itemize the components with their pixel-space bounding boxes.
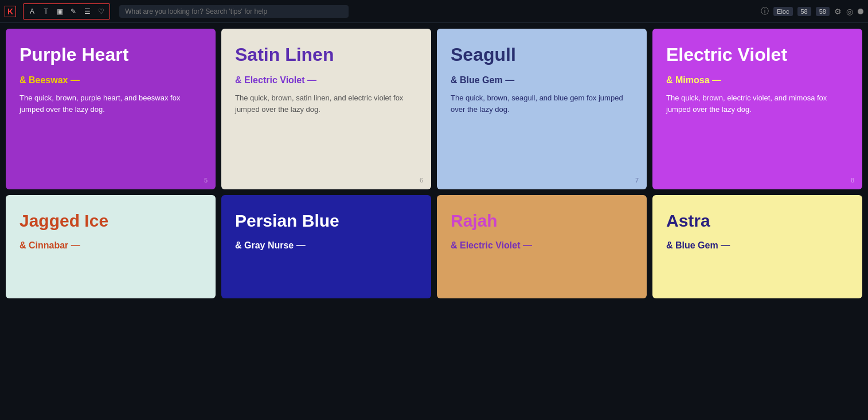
tool-pen[interactable]: ✎ xyxy=(67,5,80,18)
card-persian-blue: Persian Blue & Gray Nurse — xyxy=(221,195,431,298)
card-6-subtitle: & Electric Violet — xyxy=(235,75,417,85)
card-12-subtitle: & Blue Gem — xyxy=(666,240,849,251)
card-rajah: Rajah & Electric Violet — xyxy=(437,195,647,298)
tool-heart[interactable]: ♡ xyxy=(95,5,107,18)
page-num2: 58 xyxy=(816,7,830,16)
card-6-body: The quick, brown, satin linen, and elect… xyxy=(235,92,417,115)
card-grid: Purple Heart & Beeswax — The quick, brow… xyxy=(0,23,868,304)
card-9-title: Jagged Ice xyxy=(19,211,202,230)
tool-a[interactable]: A xyxy=(26,5,38,18)
card-8-subtitle: & Mimosa — xyxy=(666,75,849,85)
page-num1: 58 xyxy=(797,7,811,16)
card-jagged-ice: Jagged Ice & Cinnabar — xyxy=(6,195,216,298)
settings-icon[interactable]: ◎ xyxy=(846,7,853,16)
card-12-title: Astra xyxy=(666,211,849,230)
tool-text[interactable]: T xyxy=(40,5,52,18)
card-8-number: 8 xyxy=(851,177,854,184)
card-6-title: Satin Linen xyxy=(235,45,417,65)
card-5-body: The quick, brown, purple heart, and bees… xyxy=(19,92,202,115)
card-11-subtitle: & Electric Violet — xyxy=(451,240,633,251)
nav-right: ⓘ Eloc 58 58 ⚙ ◎ xyxy=(761,6,863,17)
card-electric-violet: Electric Violet & Mimosa — The quick, br… xyxy=(652,29,862,189)
toolbar: A T ▣ ✎ ☰ ♡ xyxy=(23,3,110,20)
card-purple-heart: Purple Heart & Beeswax — The quick, brow… xyxy=(6,29,216,189)
tool-frame[interactable]: ▣ xyxy=(53,5,66,18)
card-8-title: Electric Violet xyxy=(666,45,849,65)
page-label: Eloc xyxy=(773,7,792,16)
card-10-title: Persian Blue xyxy=(235,211,417,230)
card-5-number: 5 xyxy=(204,177,208,184)
card-7-subtitle: & Blue Gem — xyxy=(451,75,633,85)
card-satin-linen: Satin Linen & Electric Violet — The quic… xyxy=(221,29,431,189)
card-6-number: 6 xyxy=(420,177,423,184)
card-7-body: The quick, brown, seagull, and blue gem … xyxy=(451,92,633,115)
card-8-body: The quick, brown, electric violet, and m… xyxy=(666,92,849,115)
card-11-title: Rajah xyxy=(451,211,633,230)
tool-list[interactable]: ☰ xyxy=(81,5,93,18)
card-10-subtitle: & Gray Nurse — xyxy=(235,240,417,251)
gear-icon[interactable]: ⚙ xyxy=(834,7,842,16)
user-dot[interactable] xyxy=(858,9,863,14)
card-5-subtitle: & Beeswax — xyxy=(19,75,202,85)
card-7-title: Seagull xyxy=(451,45,633,65)
card-5-title: Purple Heart xyxy=(19,45,202,65)
info-icon[interactable]: ⓘ xyxy=(761,6,769,17)
card-7-number: 7 xyxy=(635,177,639,184)
navbar: K A T ▣ ✎ ☰ ♡ ⓘ Eloc 58 58 ⚙ ◎ xyxy=(0,0,868,23)
search-input[interactable] xyxy=(119,5,349,18)
card-9-subtitle: & Cinnabar — xyxy=(19,240,202,251)
card-seagull: Seagull & Blue Gem — The quick, brown, s… xyxy=(437,29,647,189)
card-astra: Astra & Blue Gem — xyxy=(652,195,862,298)
logo: K xyxy=(5,6,16,17)
